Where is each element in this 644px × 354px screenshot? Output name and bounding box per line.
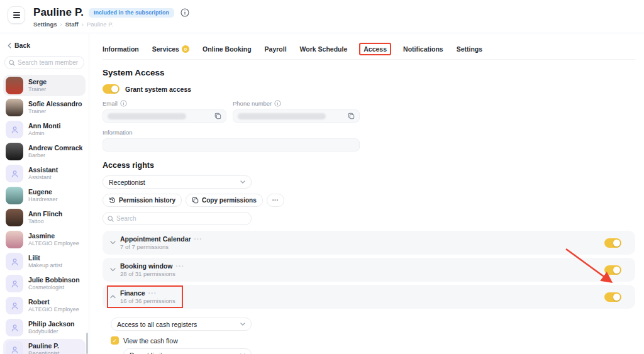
member-role: Trainer [28, 108, 82, 115]
view-cash-flow-checkbox[interactable]: ✓ [111, 336, 119, 345]
team-member-robert[interactable]: RobertALTEGIO Employee [3, 295, 86, 316]
member-name: Philip Jackson [28, 320, 75, 328]
member-name: Lilit [28, 254, 62, 262]
team-member-andrew-comrack[interactable]: Andrew ComrackBarber [3, 141, 86, 162]
back-button[interactable]: Back [0, 33, 89, 49]
tab-work-schedule[interactable]: Work Schedule [300, 44, 348, 54]
placeholder-avatar [6, 297, 23, 314]
tab-payroll[interactable]: Payroll [265, 44, 287, 54]
ellipsis-icon: ··· [272, 197, 279, 204]
team-member-assistant[interactable]: AssistantAssistant [3, 163, 86, 184]
sidebar-scrollbar[interactable] [86, 333, 88, 354]
information-label: Information [103, 129, 635, 136]
tab-services[interactable]: Services0 [152, 44, 189, 54]
team-member-pauline-p[interactable]: Pauline P.Receptionist [3, 339, 86, 354]
member-name: Robert [28, 298, 79, 306]
tab-access[interactable]: Access [360, 44, 390, 54]
team-member-sofie-alessandro[interactable]: Sofie AlessandroTrainer [3, 97, 86, 118]
tab-notifications[interactable]: Notifications [403, 44, 443, 54]
phone-field[interactable] [233, 109, 360, 123]
finance-details: Access to all cash registers ✓ View the … [111, 318, 635, 354]
group-toggle-appointment-calendar[interactable] [604, 238, 621, 248]
tab-online-booking[interactable]: Online Booking [203, 44, 252, 54]
breadcrumb-staff[interactable]: Staff [65, 21, 79, 28]
member-role: Makeup artist [28, 262, 62, 269]
email-field[interactable] [103, 109, 226, 123]
info-icon[interactable] [120, 100, 127, 107]
team-member-jasmine[interactable]: JasmineALTEGIO Employee [3, 229, 86, 250]
search-icon [108, 216, 114, 222]
tab-bar: InformationServices0Online BookingPayrol… [103, 33, 635, 54]
photo-avatar [6, 231, 23, 248]
information-field[interactable] [103, 138, 360, 152]
person-icon [10, 345, 19, 354]
team-member-eugene[interactable]: EugeneHairdresser [3, 185, 86, 206]
team-search-input[interactable] [4, 56, 84, 69]
permission-search-input[interactable] [103, 212, 252, 225]
tab-information[interactable]: Information [103, 44, 139, 54]
breadcrumb-settings[interactable]: Settings [33, 21, 57, 28]
info-icon[interactable] [180, 8, 189, 17]
limit-select[interactable]: Do not limit [123, 348, 252, 354]
team-member-serge[interactable]: SergeTrainer [3, 75, 86, 96]
member-name: Andrew Comrack [28, 144, 82, 152]
team-sidebar: Back SergeTrainerSofie AlessandroTrainer… [0, 33, 89, 354]
group-expander[interactable]: Booking window···28 of 31 permissions [110, 262, 184, 277]
team-member-julie-bobbinson[interactable]: Julie BobbinsonCosmetologist [3, 273, 86, 294]
photo-avatar [6, 187, 23, 204]
copy-icon[interactable] [348, 113, 355, 119]
person-icon [10, 301, 19, 311]
group-title: Appointment Calendar [120, 235, 191, 243]
chevron-up-icon [110, 295, 116, 299]
photo-avatar [6, 209, 23, 226]
team-member-list: SergeTrainerSofie AlessandroTrainerAnn M… [0, 75, 89, 354]
access-rights-heading: Access rights [103, 161, 635, 170]
history-icon [109, 197, 116, 204]
team-member-philip-jackson[interactable]: Philip JacksonBodybuilder [3, 317, 86, 338]
photo-avatar [6, 99, 23, 116]
person-icon [10, 169, 19, 179]
member-role: ALTEGIO Employee [28, 306, 79, 313]
group-expander[interactable]: Finance···16 of 36 permissions [110, 289, 175, 304]
grant-access-label: Grant system access [125, 86, 191, 93]
group-permission-count: 28 of 31 permissions [120, 270, 184, 277]
copy-icon[interactable] [214, 113, 221, 119]
placeholder-avatar [6, 121, 23, 138]
group-menu-dots[interactable]: ··· [194, 235, 203, 243]
tabs-divider [103, 59, 635, 60]
cash-registers-select[interactable]: Access to all cash registers [111, 318, 252, 331]
group-menu-dots[interactable]: ··· [148, 289, 157, 297]
permission-search [103, 212, 252, 225]
group-toggle-finance[interactable] [604, 292, 621, 302]
group-toggle-booking-window[interactable] [604, 265, 621, 275]
menu-button[interactable] [8, 6, 25, 24]
info-icon[interactable] [274, 100, 281, 107]
team-member-ann-flinch[interactable]: Ann FlinchTattoo [3, 207, 86, 228]
group-title: Booking window [120, 262, 172, 270]
chevron-down-icon [240, 180, 245, 184]
grant-access-toggle[interactable] [103, 84, 119, 94]
team-member-lilit[interactable]: LilitMakeup artist [3, 251, 86, 272]
member-name: Ann Monti [28, 122, 60, 130]
role-select[interactable]: Receptionist [103, 175, 252, 189]
group-menu-dots[interactable]: ··· [175, 262, 184, 270]
permission-group-finance: Finance···16 of 36 permissions [103, 285, 635, 309]
system-access-heading: System Access [103, 68, 635, 77]
app-header: Pauline P. Included in the subscription … [0, 0, 644, 33]
copy-permissions-button[interactable]: Copy permissions [186, 194, 263, 207]
view-cash-flow-label: View the cash flow [123, 337, 178, 345]
group-title: Finance [120, 289, 145, 297]
photo-avatar [6, 77, 23, 94]
services-count-badge: 0 [182, 45, 189, 53]
tab-settings[interactable]: Settings [457, 44, 482, 54]
member-role: Tattoo [28, 218, 62, 225]
team-member-ann-monti[interactable]: Ann MontiAdmin [3, 119, 86, 140]
more-actions-button[interactable]: ··· [267, 194, 284, 207]
group-expander[interactable]: Appointment Calendar···7 of 7 permission… [110, 235, 203, 250]
hamburger-icon [13, 12, 20, 13]
placeholder-avatar [6, 319, 23, 336]
permission-history-button[interactable]: Permission history [103, 194, 182, 207]
phone-label: Phone number [233, 100, 360, 107]
member-role: Barber [28, 152, 82, 159]
permission-group-appointment-calendar: Appointment Calendar···7 of 7 permission… [103, 231, 635, 255]
